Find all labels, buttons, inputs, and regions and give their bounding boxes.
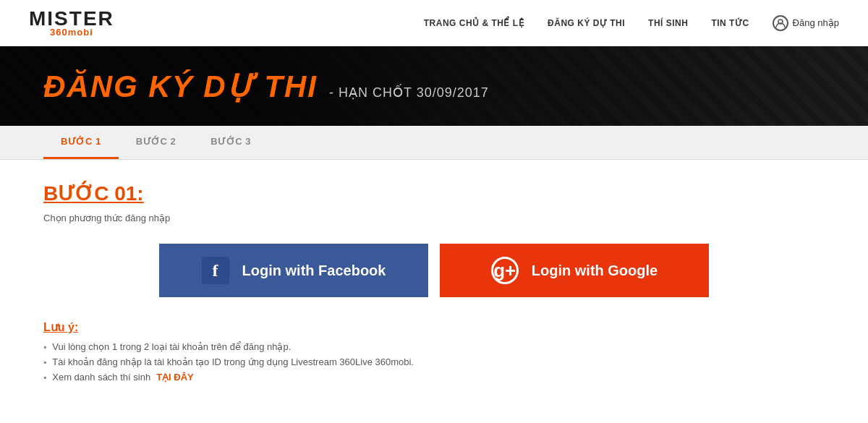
note-heading: Lưu ý: — [43, 320, 825, 334]
facebook-login-label: Login with Facebook — [242, 262, 386, 279]
note-item-3: Xem danh sách thí sinh TẠI ĐÂY — [43, 372, 825, 383]
main-content: BƯỚC 01: Chọn phương thức đăng nhập f Lo… — [0, 160, 868, 416]
logo-mister: MISTER — [29, 9, 114, 29]
main-nav: TRANG CHỦ & THỂ LỆ ĐĂNG KÝ DỰ THI THÍ SI… — [424, 15, 839, 31]
step-3[interactable]: BƯỚC 3 — [193, 126, 268, 159]
hero-subtitle: - HẠN CHỐT 30/09/2017 — [329, 85, 489, 101]
hero-content: ĐĂNG KÝ DỰ THI - HẠN CHỐT 30/09/2017 — [43, 69, 489, 104]
step-1[interactable]: BƯỚC 1 — [43, 126, 119, 159]
login-label: Đăng nhập — [793, 17, 839, 28]
nav-candidate[interactable]: THÍ SINH — [648, 18, 688, 28]
note-text-3: Xem danh sách thí sinh — [52, 372, 150, 383]
note-text-2: Tài khoản đăng nhập là tài khoản tạo ID … — [52, 356, 414, 367]
hero-title: ĐĂNG KÝ DỰ THI — [43, 69, 318, 104]
facebook-login-button[interactable]: f Login with Facebook — [159, 244, 428, 297]
login-button[interactable]: Đăng nhập — [773, 15, 839, 31]
note-link[interactable]: TẠI ĐÂY — [156, 372, 194, 383]
hero-banner: ĐĂNG KÝ DỰ THI - HẠN CHỐT 30/09/2017 — [0, 46, 868, 126]
step-desc: Chọn phương thức đăng nhập — [43, 213, 825, 223]
header: MISTER 360mobi TRANG CHỦ & THỂ LỆ ĐĂNG K… — [0, 0, 868, 46]
nav-news[interactable]: TIN TỨC — [711, 18, 749, 28]
google-plus-icon: g+ — [491, 257, 519, 284]
nav-home[interactable]: TRANG CHỦ & THỂ LỆ — [424, 18, 524, 28]
user-icon — [773, 15, 788, 31]
logo: MISTER 360mobi — [29, 9, 114, 37]
google-login-button[interactable]: g+ Login with Google — [440, 244, 709, 297]
facebook-icon: f — [202, 257, 229, 284]
login-buttons: f Login with Facebook g+ Login with Goog… — [43, 244, 825, 297]
step-heading: BƯỚC 01: — [43, 181, 825, 205]
nav-register[interactable]: ĐĂNG KÝ DỰ THI — [548, 18, 625, 28]
step-2[interactable]: BƯỚC 2 — [119, 126, 194, 159]
note-item-2: Tài khoản đăng nhập là tài khoản tạo ID … — [43, 356, 825, 367]
steps-nav: BƯỚC 1 BƯỚC 2 BƯỚC 3 — [0, 126, 868, 160]
google-login-label: Login with Google — [532, 262, 658, 279]
note-item-1: Vui lòng chọn 1 trong 2 loại tài khoản t… — [43, 341, 825, 352]
note-text-1: Vui lòng chọn 1 trong 2 loại tài khoản t… — [52, 341, 291, 352]
logo-360mobi: 360mobi — [50, 27, 93, 37]
note-list: Vui lòng chọn 1 trong 2 loại tài khoản t… — [43, 341, 825, 383]
